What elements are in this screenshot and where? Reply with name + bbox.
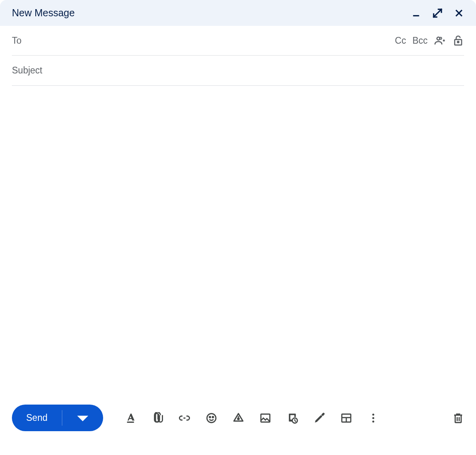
bcc-button[interactable]: Bcc xyxy=(413,35,428,46)
to-label: To xyxy=(12,35,21,46)
attach-file-icon[interactable] xyxy=(152,412,163,424)
confidential-mode-icon[interactable] xyxy=(286,412,298,424)
to-right-controls: Cc Bcc xyxy=(395,35,464,46)
lock-icon[interactable] xyxy=(452,35,464,46)
to-row: To Cc Bcc xyxy=(12,26,464,56)
to-input[interactable] xyxy=(26,35,395,46)
cc-button[interactable]: Cc xyxy=(395,35,406,46)
svg-point-15 xyxy=(238,418,239,420)
fields-area: To Cc Bcc xyxy=(0,26,476,86)
add-contacts-icon[interactable] xyxy=(434,35,446,46)
svg-rect-11 xyxy=(127,421,134,422)
svg-point-24 xyxy=(372,413,374,415)
discard-draft-icon[interactable] xyxy=(452,412,464,424)
more-options-icon[interactable] xyxy=(367,412,379,424)
send-button-group: Send xyxy=(12,405,103,431)
svg-point-26 xyxy=(372,420,374,422)
send-options-dropdown[interactable] xyxy=(62,405,103,431)
format-toolbar xyxy=(125,412,379,424)
body-input[interactable] xyxy=(12,95,464,387)
insert-photo-icon[interactable] xyxy=(259,412,271,424)
insert-signature-icon[interactable] xyxy=(313,412,325,424)
body-area xyxy=(0,86,476,397)
svg-point-6 xyxy=(440,37,441,39)
svg-point-14 xyxy=(212,416,213,418)
subject-row xyxy=(12,56,464,86)
formatting-options-icon[interactable] xyxy=(125,412,136,424)
svg-point-10 xyxy=(457,41,459,43)
send-button[interactable]: Send xyxy=(12,405,62,431)
compose-header: New Message xyxy=(0,0,476,26)
header-title: New Message xyxy=(12,7,75,19)
compose-window: New Message To Cc Bcc xyxy=(0,0,476,455)
svg-point-12 xyxy=(207,413,216,422)
insert-from-drive-icon[interactable] xyxy=(232,412,244,424)
close-icon[interactable] xyxy=(454,8,464,18)
footer: Send xyxy=(0,397,476,455)
header-controls xyxy=(411,8,464,18)
insert-emoji-icon[interactable] xyxy=(205,412,217,424)
svg-point-13 xyxy=(209,416,210,418)
select-template-icon[interactable] xyxy=(340,412,352,424)
subject-input[interactable] xyxy=(12,65,464,76)
svg-line-20 xyxy=(295,420,296,421)
insert-link-icon[interactable] xyxy=(178,412,190,424)
svg-point-25 xyxy=(372,417,374,419)
minimize-icon[interactable] xyxy=(411,8,421,18)
expand-icon[interactable] xyxy=(432,8,443,18)
